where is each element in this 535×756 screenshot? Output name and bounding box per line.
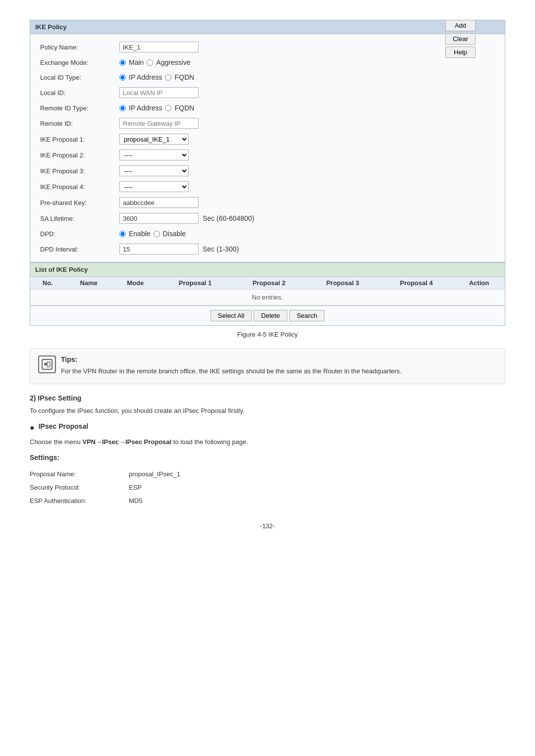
ike-proposal4-row: IKE Proposal 4: ---- xyxy=(30,179,505,195)
dpd-interval-row: DPD Interval: Sec (1-300) xyxy=(30,241,505,257)
side-buttons-panel: Add Clear Help xyxy=(445,20,476,58)
local-id-type-fqdn-radio[interactable] xyxy=(165,74,171,81)
ike-proposal2-row: IKE Proposal 2: ---- xyxy=(30,147,505,163)
delete-button[interactable]: Delete xyxy=(254,310,287,321)
ipsec-setting-intro: To configure the IPsec function, you sho… xyxy=(30,406,505,416)
ike-proposal1-row: IKE Proposal 1: proposal_IKE_1 xyxy=(30,131,505,147)
remote-id-type-fqdn-label: FQDN xyxy=(174,104,194,112)
remote-id-type-row: Remote ID Type: IP Address FQDN xyxy=(30,101,505,115)
exchange-mode-label: Exchange Mode: xyxy=(40,59,119,66)
proposal-name-settings-value: proposal_IPsec_1 xyxy=(129,470,180,478)
settings-label: Settings: xyxy=(30,454,505,461)
col-mode: Mode xyxy=(112,277,159,290)
policy-name-label: Policy Name: xyxy=(40,44,119,51)
tips-text: For the VPN Router in the remote branch … xyxy=(61,366,497,377)
ike-proposal3-select[interactable]: ---- xyxy=(119,165,189,176)
page-number: -132- xyxy=(30,522,505,530)
policy-name-input[interactable] xyxy=(119,42,199,52)
ike-proposal4-label: IKE Proposal 4: xyxy=(40,183,119,191)
local-id-control xyxy=(119,87,495,98)
policy-name-control xyxy=(119,42,495,52)
local-id-type-ip-radio[interactable] xyxy=(119,74,126,81)
dpd-disable-radio[interactable] xyxy=(154,231,160,237)
col-no: No. xyxy=(30,277,65,290)
pre-shared-key-control xyxy=(119,197,495,208)
dpd-control: Enable Disable xyxy=(119,230,495,238)
select-all-button[interactable]: Select All xyxy=(211,310,252,321)
tips-content: Tips: For the VPN Router in the remote b… xyxy=(61,355,497,377)
add-button[interactable]: Add xyxy=(445,20,476,31)
exchange-mode-main-radio[interactable] xyxy=(119,59,126,66)
ike-proposal4-control: ---- xyxy=(119,181,495,192)
tips-icon xyxy=(38,355,56,373)
proposal-name-settings-key: Proposal Name: xyxy=(30,470,129,478)
col-name: Name xyxy=(65,277,112,290)
sa-lifetime-unit: Sec (60-604800) xyxy=(203,214,254,222)
dpd-interval-input[interactable] xyxy=(119,244,199,254)
bullet-dot: ● xyxy=(30,422,35,433)
policy-name-row: Policy Name: xyxy=(30,39,505,55)
exchange-mode-aggressive-label: Aggressive xyxy=(156,58,190,66)
dpd-interval-unit: Sec (1-300) xyxy=(203,245,239,253)
ike-proposal3-row: IKE Proposal 3: ---- xyxy=(30,163,505,179)
ipsec-proposal-text: Choose the menu VPN→IPsec→IPsec Proposal… xyxy=(30,437,505,448)
search-button[interactable]: Search xyxy=(289,310,324,321)
remote-id-row: Remote ID: xyxy=(30,115,505,131)
ipsec-proposal-bullet-item: ● IPsec Proposal xyxy=(30,422,505,433)
dpd-interval-control: Sec (1-300) xyxy=(119,244,495,254)
figure-caption: Figure 4-5 IKE Policy xyxy=(30,331,505,338)
remote-id-label: Remote ID: xyxy=(40,120,119,127)
remote-id-type-ip-radio[interactable] xyxy=(119,105,126,111)
local-id-type-label: Local ID Type: xyxy=(40,74,119,81)
ike-proposal1-control: proposal_IKE_1 xyxy=(119,134,495,145)
col-proposal3: Proposal 3 xyxy=(306,277,379,290)
local-id-type-ip-label: IP Address xyxy=(129,73,162,81)
ike-policy-form: Policy Name: Exchange Mode: Main Aggress… xyxy=(30,34,505,262)
ike-proposal2-control: ---- xyxy=(119,150,495,160)
ipsec-setting-title: 2) IPsec Setting xyxy=(30,394,505,402)
exchange-mode-control: Main Aggressive xyxy=(119,58,495,66)
sa-lifetime-input[interactable] xyxy=(119,213,199,224)
dpd-disable-label: Disable xyxy=(163,230,186,238)
esp-auth-settings-key: ESP Authentication: xyxy=(30,497,129,504)
list-ike-policy-header: List of IKE Policy xyxy=(30,262,505,277)
security-protocol-settings-value: ESP xyxy=(129,484,142,491)
no-entries-row: No entries. xyxy=(30,290,505,305)
local-id-type-control: IP Address FQDN xyxy=(119,73,495,81)
remote-id-type-fqdn-radio[interactable] xyxy=(165,105,171,111)
pre-shared-key-row: Pre-shared Key: xyxy=(30,195,505,210)
clear-button[interactable]: Clear xyxy=(445,33,476,45)
col-proposal4: Proposal 4 xyxy=(379,277,453,290)
ike-proposal3-label: IKE Proposal 3: xyxy=(40,167,119,175)
local-id-input[interactable] xyxy=(119,87,199,98)
ike-proposal2-select[interactable]: ---- xyxy=(119,150,189,160)
ike-proposal1-label: IKE Proposal 1: xyxy=(40,136,119,143)
remote-id-type-label: Remote ID Type: xyxy=(40,104,119,112)
exchange-mode-main-label: Main xyxy=(129,58,144,66)
help-button[interactable]: Help xyxy=(445,47,476,58)
exchange-mode-aggressive-radio[interactable] xyxy=(147,59,153,66)
remote-id-control xyxy=(119,118,495,129)
dpd-label: DPD: xyxy=(40,230,119,238)
sa-lifetime-row: SA Lifetime: Sec (60-604800) xyxy=(30,210,505,226)
no-entries-cell: No entries. xyxy=(30,290,505,305)
tips-box: Tips: For the VPN Router in the remote b… xyxy=(30,348,505,384)
local-id-label: Local ID: xyxy=(40,89,119,97)
ike-proposal3-control: ---- xyxy=(119,165,495,176)
col-action: Action xyxy=(453,277,505,290)
dpd-row: DPD: Enable Disable xyxy=(30,226,505,241)
sa-lifetime-control: Sec (60-604800) xyxy=(119,213,495,224)
remote-id-type-control: IP Address FQDN xyxy=(119,104,495,112)
ipsec-proposal-menu-bold: VPN→IPsec→IPsec Proposal xyxy=(82,438,171,446)
remote-id-type-ip-label: IP Address xyxy=(129,104,162,112)
dpd-enable-radio[interactable] xyxy=(119,231,126,237)
pre-shared-key-input[interactable] xyxy=(119,197,199,208)
ike-proposal1-select[interactable]: proposal_IKE_1 xyxy=(119,134,189,145)
ike-proposal4-select[interactable]: ---- xyxy=(119,181,189,192)
pre-shared-key-label: Pre-shared Key: xyxy=(40,199,119,206)
local-id-row: Local ID: xyxy=(30,85,505,101)
table-header-row: No. Name Mode Proposal 1 Proposal 2 Prop… xyxy=(30,277,505,290)
tips-title: Tips: xyxy=(61,355,497,363)
proposal-name-settings-row: Proposal Name: proposal_IPsec_1 xyxy=(30,467,505,481)
remote-id-input[interactable] xyxy=(119,118,199,129)
